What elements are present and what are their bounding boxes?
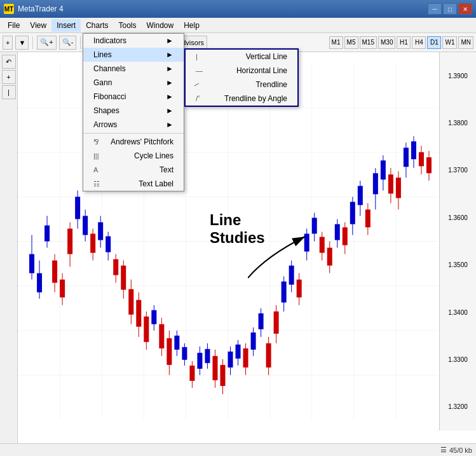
price-label-6: 1.3400 — [448, 309, 468, 316]
svg-rect-24 — [52, 261, 57, 283]
side-cursor[interactable]: ↶ — [2, 55, 16, 69]
menu-charts[interactable]: Charts — [81, 19, 113, 32]
svg-rect-72 — [236, 345, 241, 359]
tf-m5[interactable]: M5 — [344, 36, 358, 49]
svg-rect-78 — [259, 314, 264, 329]
toolbar-zoom-in[interactable]: 🔍+ — [37, 36, 56, 50]
insert-fibonacci[interactable]: Fibonacci ► — [83, 90, 184, 104]
menu-tools[interactable]: Tools — [114, 19, 142, 32]
line-trendline[interactable]: / Trendline — [186, 78, 297, 92]
svg-rect-30 — [75, 197, 80, 219]
tf-w1[interactable]: W1 — [442, 36, 457, 49]
side-line[interactable]: | — [2, 85, 16, 99]
svg-rect-74 — [243, 349, 248, 368]
insert-channels[interactable]: Channels ► — [83, 62, 184, 76]
insert-lines[interactable]: Lines ► — [83, 48, 184, 62]
line-horizontal[interactable]: — Horizontal Line — [186, 64, 297, 78]
insert-shapes[interactable]: Shapes ► — [83, 104, 184, 118]
tf-m1[interactable]: M1 — [329, 36, 343, 49]
horizontal-line-icon: — — [196, 67, 203, 74]
svg-rect-116 — [404, 148, 409, 167]
svg-rect-98 — [335, 224, 340, 240]
svg-rect-40 — [113, 259, 118, 275]
svg-rect-110 — [381, 160, 386, 179]
menu-view[interactable]: View — [25, 19, 51, 32]
chart-container: ↶ + | — [0, 52, 476, 443]
insert-pitchfork[interactable]: ⅋ Andrews' Pitchfork — [83, 135, 184, 149]
price-label-3: 1.3700 — [448, 167, 468, 174]
svg-rect-94 — [320, 237, 325, 252]
insert-gann[interactable]: Gann ► — [83, 76, 184, 90]
svg-rect-54 — [167, 338, 172, 365]
trendline-angle-icon: /˚ — [196, 95, 200, 102]
svg-rect-44 — [128, 289, 133, 315]
title-bar-left: MT MetaTrader 4 — [4, 4, 64, 14]
menu-file[interactable]: File — [3, 19, 25, 32]
menu-insert[interactable]: Insert — [51, 19, 81, 32]
svg-rect-82 — [274, 312, 279, 334]
insert-text[interactable]: A Text — [83, 163, 184, 177]
insert-text-label: Text — [160, 165, 173, 174]
svg-rect-34 — [90, 233, 95, 252]
maximize-button[interactable]: □ — [443, 3, 457, 15]
insert-indicators-arrow: ► — [166, 36, 173, 45]
svg-rect-100 — [343, 227, 348, 245]
price-label-4: 1.3600 — [448, 214, 468, 221]
side-crosshair[interactable]: + — [2, 70, 16, 84]
insert-fibonacci-label: Fibonacci — [93, 92, 126, 101]
svg-rect-118 — [411, 141, 416, 159]
insert-sep1 — [83, 133, 184, 134]
line-horizontal-label: Horizontal Line — [236, 66, 287, 75]
insert-arrows-label: Arrows — [93, 120, 117, 129]
price-label-8: 1.3200 — [448, 403, 468, 410]
toolbar-templates[interactable]: ▼ — [15, 36, 29, 50]
toolbar-zoom-out[interactable]: 🔍- — [59, 36, 77, 50]
svg-rect-60 — [189, 366, 194, 381]
insert-arrows-arrow: ► — [166, 120, 173, 129]
tf-h4[interactable]: H4 — [412, 36, 426, 49]
insert-indicators[interactable]: Indicators ► — [83, 34, 184, 48]
line-trendline-angle[interactable]: /˚ Trendline by Angle — [186, 92, 297, 106]
svg-rect-48 — [144, 317, 149, 342]
insert-indicators-label: Indicators — [93, 36, 126, 45]
insert-dropdown: Indicators ► Lines ► Channels ► Gann ► F… — [83, 33, 184, 191]
svg-rect-106 — [365, 209, 371, 227]
tf-d1[interactable]: D1 — [427, 36, 441, 49]
text-icon: A — [93, 166, 98, 174]
line-vertical[interactable]: | Vertical Line — [186, 50, 297, 64]
close-button[interactable]: ✕ — [458, 3, 472, 15]
insert-fibonacci-arrow: ► — [166, 92, 173, 101]
tf-m30[interactable]: M30 — [378, 36, 395, 49]
status-bar: ☰ 45/0 kb — [0, 443, 476, 456]
tf-mn[interactable]: MN — [458, 36, 473, 49]
insert-arrows[interactable]: Arrows ► — [83, 118, 184, 132]
side-toolbar: ↶ + | — [0, 52, 18, 443]
insert-cyclelines-label: Cycle Lines — [134, 151, 173, 160]
minimize-button[interactable]: ─ — [428, 3, 442, 15]
lines-submenu: | Vertical Line — Horizontal Line / Tren… — [184, 48, 299, 107]
toolbar-newchart[interactable]: + — [3, 36, 13, 50]
menu-bar: File View Insert Charts Tools Window Hel… — [0, 18, 476, 33]
tf-m15[interactable]: M15 — [360, 36, 377, 49]
insert-channels-label: Channels — [93, 64, 126, 73]
app-icon: MT — [4, 4, 14, 14]
insert-pitchfork-label: Andrews' Pitchfork — [111, 137, 173, 146]
svg-rect-56 — [174, 336, 179, 350]
svg-rect-84 — [282, 282, 287, 303]
price-label-2: 1.3800 — [448, 120, 468, 127]
title-text: MetaTrader 4 — [18, 4, 64, 13]
insert-lines-arrow: ► — [166, 50, 173, 59]
svg-rect-86 — [289, 266, 294, 285]
main-container: ↶ + | — [0, 52, 476, 456]
insert-cyclelines[interactable]: ||| Cycle Lines — [83, 149, 184, 163]
insert-gann-arrow: ► — [166, 78, 173, 87]
insert-textlabel[interactable]: ☷ Text Label — [83, 177, 184, 191]
insert-textlabel-label: Text Label — [139, 179, 173, 188]
tf-h1[interactable]: H1 — [397, 36, 411, 49]
svg-rect-28 — [67, 228, 72, 254]
svg-rect-18 — [29, 254, 34, 273]
vertical-line-icon: | — [196, 53, 198, 60]
menu-window[interactable]: Window — [142, 19, 179, 32]
menu-help[interactable]: Help — [179, 19, 205, 32]
insert-shapes-label: Shapes — [93, 106, 119, 115]
